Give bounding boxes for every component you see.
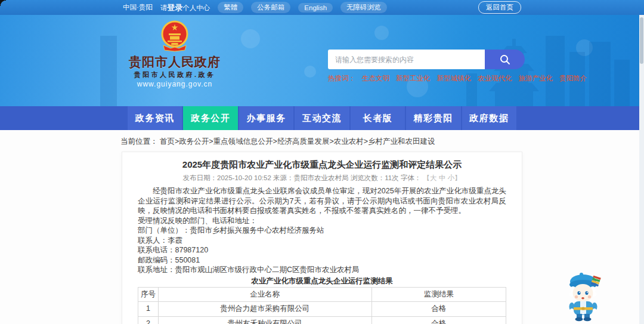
nav-tab-news[interactable]: 政务资讯 — [128, 106, 182, 130]
window-corner-decoration — [0, 0, 6, 6]
nav-tab-interaction[interactable]: 互动交流 — [295, 106, 349, 130]
nav-tab-disclosure[interactable]: 政务公开 — [183, 106, 237, 130]
search-bar — [328, 50, 525, 69]
table-row: 1 贵州合力超市采购有限公司 合格 — [138, 301, 506, 316]
login-pre-text: 请 — [160, 4, 168, 11]
hot-search-link-industry[interactable]: 新型工业化 — [396, 75, 431, 82]
topbar: 中国·贵阳 请登录个人中心 繁體 公务邮箱 English 无障碍浏览 返回首页 — [0, 0, 644, 15]
national-emblem-logo[interactable] — [160, 20, 189, 53]
row-index: 1 — [138, 301, 159, 316]
topbar-link-accessibility[interactable]: 无障碍浏览 — [340, 2, 387, 13]
row-index: 2 — [138, 316, 159, 324]
contact-line: 邮政编码：550081 — [138, 255, 506, 266]
article-meta: 发布日期：2025-10-20 10:52 来源：贵阳市农业农村局 浏览次数：1… — [138, 174, 506, 182]
table-header-row: 序号 企业名称 监测结果 — [138, 287, 506, 301]
row-result: 合格 — [371, 316, 506, 324]
topbar-links: 中国·贵阳 请登录个人中心 繁體 公务邮箱 English 无障碍浏览 — [123, 2, 387, 13]
article-meta-text: 发布日期：2025-10-20 10:52 来源：贵阳市农业农村局 浏览次数：1… — [183, 174, 422, 181]
login-post-text: 个人中心 — [182, 4, 210, 11]
nav-tab-services[interactable]: 办事服务 — [239, 106, 293, 130]
font-size-controls[interactable]: 【大 中 小】 — [423, 174, 462, 181]
breadcrumb: 当前位置： 首页>政务公开>重点领域信息公开>经济高质量发展>农业农村>乡村产业… — [120, 130, 524, 146]
hot-search-link-guiyang-intro[interactable]: 贵阳简介 — [559, 75, 587, 82]
hot-search-row: 热搜词： 生态文明 新型工业化 新型城镇化 农业现代化 旅游产业化 贵阳简介 — [328, 75, 525, 82]
search-button[interactable] — [485, 50, 525, 69]
article-card: 2025年度贵阳市农业产业化市级重点龙头企业运行监测和评定结果公示 发布日期：2… — [122, 152, 522, 324]
site-logo-block: 贵阳市人民政府 贵阳市人民政府.政务 www.guiyang.gov.cn — [125, 20, 225, 88]
main-nav-inner: 政务资讯 政务公开 办事服务 互动交流 长者版 精彩贵阳 政府数据 — [128, 106, 516, 130]
row-company: 贵州合力超市采购有限公司 — [158, 301, 371, 316]
site-subtitle: 贵阳市人民政府.政务 — [125, 71, 225, 79]
row-company: 贵州友禾种业有限公司 — [158, 316, 371, 324]
topbar-link-traditional-chinese[interactable]: 繁體 — [218, 2, 243, 13]
hot-search-link-ecology[interactable]: 生态文明 — [362, 75, 389, 82]
login-bold-text: 登录 — [167, 3, 182, 12]
hot-search-label: 热搜词： — [328, 75, 355, 82]
hot-search-link-tourism[interactable]: 旅游产业化 — [519, 75, 553, 82]
topbar-inner: 中国·贵阳 请登录个人中心 繁體 公务邮箱 English 无障碍浏览 返回首页 — [123, 0, 521, 15]
table-row: 2 贵州友禾种业有限公司 合格 — [138, 316, 506, 324]
scrollbar-track[interactable] — [639, 15, 644, 324]
article-paragraph: 经贵阳市农业产业化市级重点龙头企业联席会议成员单位审定，现对2025年开展的农业… — [138, 186, 506, 216]
banner: 贵阳市人民政府 贵阳市人民政府.政务 www.guiyang.gov.cn 热搜… — [0, 15, 644, 106]
nav-tab-highlights[interactable]: 精彩贵阳 — [406, 106, 460, 130]
banner-inner: 贵阳市人民政府 贵阳市人民政府.政务 www.guiyang.gov.cn 热搜… — [116, 15, 528, 106]
search-input[interactable] — [328, 50, 485, 69]
row-result: 合格 — [371, 301, 506, 316]
topbar-link-china-guiyang[interactable]: 中国·贵阳 — [123, 3, 153, 12]
article-body: 经贵阳市农业产业化市级重点龙头企业联席会议成员单位审定，现对2025年开展的农业… — [138, 186, 506, 324]
main-nav: 政务资讯 政务公开 办事服务 互动交流 长者版 精彩贵阳 政府数据 — [0, 106, 644, 130]
table-header-company: 企业名称 — [158, 287, 371, 301]
contact-line: 部门（单位）：贵阳市乡村振兴服务中心农村经济服务站 — [138, 226, 506, 236]
search-icon — [499, 54, 511, 66]
table-header-result: 监测结果 — [371, 287, 506, 301]
return-home-button[interactable]: 返回首页 — [478, 1, 521, 14]
table-header-index: 序号 — [138, 287, 159, 301]
article-title: 2025年度贵阳市农业产业化市级重点龙头企业运行监测和评定结果公示 — [138, 158, 506, 171]
nav-tab-senior-version[interactable]: 长者版 — [351, 106, 405, 130]
breadcrumb-label: 当前位置： — [120, 137, 158, 146]
contact-line: 联系电话：87987120 — [138, 245, 506, 255]
topbar-login-link[interactable]: 请登录个人中心 — [160, 2, 210, 13]
contact-block: 受理情况反映的部门、电话和地址： 部门（单位）：贵阳市乡村振兴服务中心农村经济服… — [138, 216, 506, 275]
monitoring-results-table: 序号 企业名称 监测结果 1 贵州合力超市采购有限公司 合格 2 — [138, 287, 506, 324]
contact-line: 联系人：李霞 — [138, 236, 506, 246]
hot-search-link-urbanization[interactable]: 新型城镇化 — [437, 75, 472, 82]
topbar-link-official-mail[interactable]: 公务邮箱 — [251, 2, 290, 13]
nav-tab-gov-data[interactable]: 政府数据 — [462, 106, 516, 130]
content-area: 当前位置： 首页>政务公开>重点领域信息公开>经济高质量发展>农业农村>乡村产业… — [0, 130, 644, 324]
contact-line: 受理情况反映的部门、电话和地址： — [138, 216, 506, 226]
site-title[interactable]: 贵阳市人民政府 — [125, 55, 225, 69]
topbar-link-english[interactable]: English — [298, 3, 333, 13]
scrollbar-thumb[interactable] — [640, 17, 643, 64]
search-block: 热搜词： 生态文明 新型工业化 新型城镇化 农业现代化 旅游产业化 贵阳简介 — [328, 50, 525, 82]
site-url: www.guiyang.gov.cn — [125, 81, 225, 88]
breadcrumb-path[interactable]: 首页>政务公开>重点领域信息公开>经济高质量发展>农业农村>乡村产业和农田建设 — [160, 137, 435, 146]
contact-line: 联系地址：贵阳市观山湖区市级行政中心二期C区贵阳市农业农村局 — [138, 265, 506, 275]
page: 中国·贵阳 请登录个人中心 繁體 公务邮箱 English 无障碍浏览 返回首页 — [0, 0, 644, 324]
table-caption: 农业产业化市级重点龙头企业运行监测结果 — [138, 276, 506, 286]
mascot-figure[interactable] — [564, 269, 603, 322]
hot-search-link-agriculture[interactable]: 农业现代化 — [478, 75, 512, 82]
